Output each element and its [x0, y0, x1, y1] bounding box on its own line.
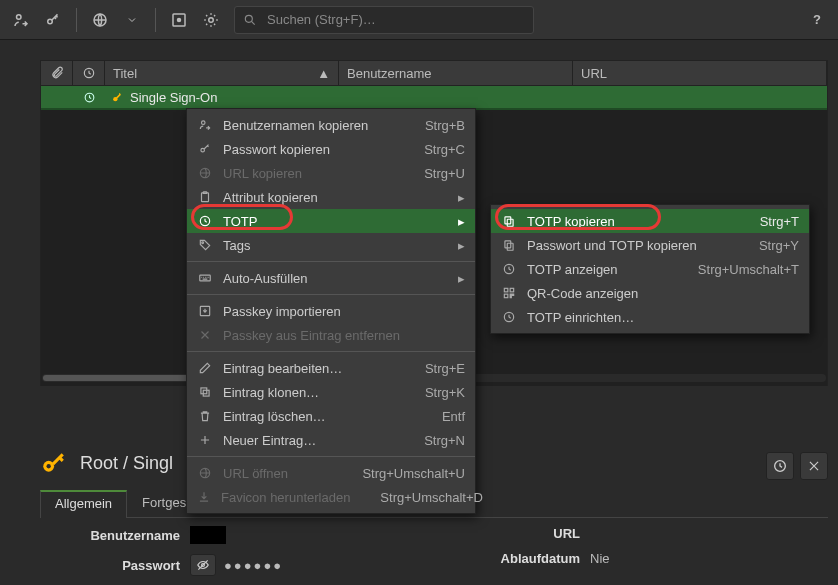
paperclip-icon	[50, 66, 64, 80]
copy-both-icon	[501, 238, 517, 252]
clock-icon	[82, 66, 96, 80]
submenu-arrow-icon: ▸	[455, 238, 465, 253]
svg-point-6	[245, 15, 252, 22]
clone-icon	[197, 385, 213, 399]
menu-copy-url: URL kopieren Strg+U	[187, 161, 475, 185]
detail-form-left: Benutzername Passwort ●●●●●● Tags Notize…	[40, 526, 283, 585]
column-title-label: Titel	[113, 66, 137, 81]
tab-advanced[interactable]: Fortgesc	[127, 490, 187, 518]
clock-icon	[501, 310, 517, 324]
svg-point-12	[202, 121, 206, 125]
menu-delete-entry[interactable]: Eintrag löschen… Entf	[187, 404, 475, 428]
toggle-password-visibility[interactable]	[190, 554, 216, 576]
svg-rect-25	[507, 219, 513, 226]
menu-tags[interactable]: Tags ▸	[187, 233, 475, 257]
label-url: URL	[470, 526, 580, 541]
submenu-setup-totp[interactable]: TOTP einrichten…	[491, 305, 809, 329]
svg-point-34	[47, 464, 51, 468]
submenu-arrow-icon: ▸	[455, 214, 465, 229]
svg-point-4	[178, 18, 181, 21]
column-attachment[interactable]	[41, 61, 73, 85]
menu-clone-entry[interactable]: Eintrag klonen… Strg+K	[187, 380, 475, 404]
qr-icon	[501, 286, 517, 300]
table-row[interactable]: Single Sign-On	[41, 86, 827, 110]
menu-totp[interactable]: TOTP ▸	[187, 209, 475, 233]
close-icon	[807, 459, 821, 473]
eye-off-icon	[196, 558, 210, 572]
svg-point-18	[202, 242, 204, 244]
submenu-show-qr[interactable]: QR-Code anzeigen	[491, 281, 809, 305]
toolbar-separator	[76, 8, 77, 32]
toolbar-btn-settings-icon[interactable]	[196, 5, 226, 35]
toolbar-btn-key-icon[interactable]	[38, 5, 68, 35]
toolbar-separator	[155, 8, 156, 32]
menu-autofill[interactable]: Auto-Ausfüllen ▸	[187, 266, 475, 290]
toolbar-btn-globe-icon[interactable]	[85, 5, 115, 35]
column-totp[interactable]	[73, 61, 105, 85]
label-expires: Ablaufdatum	[470, 551, 580, 566]
menu-copy-username[interactable]: Benutzernamen kopieren Strg+B	[187, 113, 475, 137]
detail-form-right: URL Ablaufdatum Nie	[470, 526, 610, 566]
key-copy-icon	[197, 142, 213, 156]
menu-copy-attribute[interactable]: Attribut kopieren ▸	[187, 185, 475, 209]
label-password: Passwort	[40, 558, 180, 573]
copy-totp-icon	[501, 214, 517, 228]
breadcrumb: Root / Singl	[80, 453, 173, 474]
import-icon	[197, 304, 213, 318]
submenu-arrow-icon: ▸	[455, 271, 465, 286]
search-icon	[243, 13, 257, 27]
clipboard-icon	[197, 190, 213, 204]
clock-icon	[83, 91, 96, 104]
svg-rect-31	[504, 294, 508, 298]
toolbar: ?	[0, 0, 838, 40]
history-button[interactable]	[766, 452, 794, 480]
svg-rect-27	[507, 243, 513, 250]
menu-new-entry[interactable]: Neuer Eintrag… Strg+N	[187, 428, 475, 452]
plus-icon	[197, 433, 213, 447]
search-input[interactable]	[265, 11, 485, 28]
table-header: Titel ▲ Benutzername URL	[40, 60, 828, 86]
globe-icon	[197, 166, 213, 180]
menu-import-passkey[interactable]: Passkey importieren	[187, 299, 475, 323]
svg-point-0	[17, 14, 22, 19]
menu-download-favicon: Favicon herunterladen Strg+Umschalt+D	[187, 485, 475, 509]
clock-icon	[197, 214, 213, 228]
column-url[interactable]: URL	[573, 61, 827, 85]
download-icon	[197, 490, 211, 504]
clock-icon	[772, 458, 788, 474]
menu-edit-entry[interactable]: Eintrag bearbeiten… Strg+E	[187, 356, 475, 380]
globe-icon	[197, 466, 213, 480]
submenu-show-totp[interactable]: TOTP anzeigen Strg+Umschalt+T	[491, 257, 809, 281]
menu-copy-password[interactable]: Passwort kopieren Strg+C	[187, 137, 475, 161]
close-detail-button[interactable]	[800, 452, 828, 480]
toolbar-btn-user-share-icon[interactable]	[6, 5, 36, 35]
tab-general[interactable]: Allgemein	[40, 490, 127, 518]
menu-remove-passkey: Passkey aus Eintrag entfernen	[187, 323, 475, 347]
tag-icon	[197, 238, 213, 252]
toolbar-btn-chevron-down-icon[interactable]	[117, 5, 147, 35]
keyboard-icon	[197, 271, 213, 285]
column-user[interactable]: Benutzername	[339, 61, 573, 85]
submenu-copy-password-totp[interactable]: Passwort und TOTP kopieren Strg+Y	[491, 233, 809, 257]
trash-icon	[197, 409, 213, 423]
user-copy-icon	[197, 118, 213, 132]
svg-rect-30	[510, 288, 514, 292]
menu-open-url: URL öffnen Strg+Umschalt+U	[187, 461, 475, 485]
toolbar-btn-layout-icon[interactable]	[164, 5, 194, 35]
row-title: Single Sign-On	[130, 90, 217, 105]
toolbar-btn-help-icon[interactable]: ?	[802, 5, 832, 35]
redacted-username	[190, 526, 226, 544]
submenu-copy-totp[interactable]: TOTP kopieren Strg+T	[491, 209, 809, 233]
svg-rect-15	[202, 193, 209, 202]
remove-icon	[197, 328, 213, 342]
column-title[interactable]: Titel ▲	[105, 61, 339, 85]
totp-submenu: TOTP kopieren Strg+T Passwort und TOTP k…	[490, 204, 810, 334]
svg-point-1	[48, 19, 53, 24]
column-user-label: Benutzername	[347, 66, 432, 81]
label-username: Benutzername	[40, 528, 180, 543]
svg-rect-29	[504, 288, 508, 292]
svg-rect-11	[119, 93, 120, 95]
submenu-arrow-icon: ▸	[455, 190, 465, 205]
search-box[interactable]	[234, 6, 534, 34]
edit-icon	[197, 361, 213, 375]
